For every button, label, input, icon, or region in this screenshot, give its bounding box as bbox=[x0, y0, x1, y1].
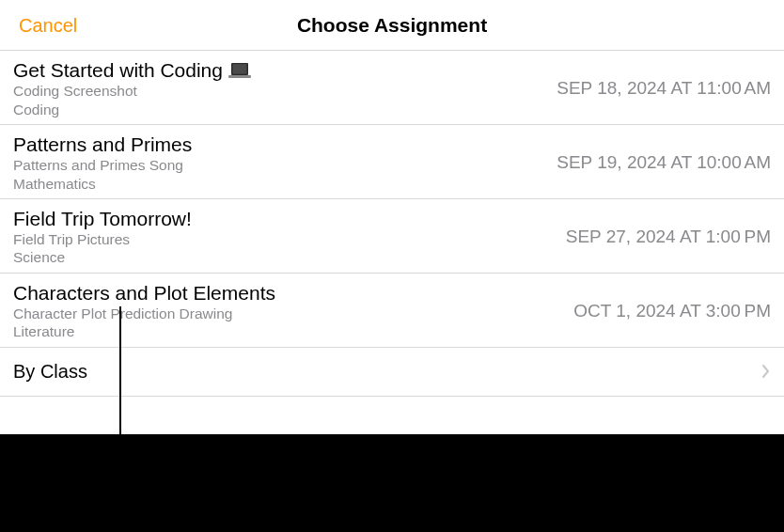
assignment-title-text: Get Started with Coding bbox=[13, 58, 223, 82]
svg-rect-2 bbox=[228, 75, 251, 78]
page-title: Choose Assignment bbox=[0, 14, 784, 37]
assignment-title-text: Field Trip Tomorrow! bbox=[13, 207, 192, 230]
choose-assignment-panel: Cancel Choose Assignment Get Started wit… bbox=[0, 0, 784, 434]
assignment-info: Get Started with Coding Coding Screensho… bbox=[13, 58, 251, 118]
svg-rect-1 bbox=[232, 64, 246, 74]
cancel-button[interactable]: Cancel bbox=[19, 14, 77, 36]
assignment-title: Get Started with Coding bbox=[13, 58, 251, 82]
assignment-info: Patterns and Primes Patterns and Primes … bbox=[13, 133, 192, 193]
laptop-icon bbox=[228, 62, 251, 79]
assignment-subtitle: Character Plot Prediction Drawing bbox=[13, 305, 275, 322]
assignment-row[interactable]: Characters and Plot Elements Character P… bbox=[0, 274, 784, 348]
callout-line bbox=[119, 306, 121, 466]
assignment-subtitle: Field Trip Pictures bbox=[13, 230, 192, 248]
assignment-category: Coding bbox=[13, 101, 251, 118]
assignment-info: Field Trip Tomorrow! Field Trip Pictures… bbox=[13, 207, 192, 267]
assignment-date: SEP 27, 2024 AT 1:00 PM bbox=[566, 227, 771, 247]
assignment-category: Science bbox=[13, 248, 192, 266]
assignment-info: Characters and Plot Elements Character P… bbox=[13, 281, 275, 341]
assignment-subtitle: Patterns and Primes Song bbox=[13, 156, 192, 174]
assignment-row[interactable]: Field Trip Tomorrow! Field Trip Pictures… bbox=[0, 199, 784, 274]
by-class-label: By Class bbox=[13, 361, 87, 383]
assignment-subtitle: Coding Screenshot bbox=[13, 82, 251, 100]
panel-header: Cancel Choose Assignment bbox=[0, 0, 784, 51]
assignment-list: Get Started with Coding Coding Screensho… bbox=[0, 51, 784, 397]
assignment-title: Field Trip Tomorrow! bbox=[13, 207, 192, 230]
assignment-row[interactable]: Patterns and Primes Patterns and Primes … bbox=[0, 125, 784, 199]
assignment-row[interactable]: Get Started with Coding Coding Screensho… bbox=[0, 51, 784, 125]
chevron-right-icon bbox=[761, 364, 771, 379]
assignment-category: Literature bbox=[13, 322, 275, 340]
assignment-date: OCT 1, 2024 AT 3:00 PM bbox=[573, 301, 771, 321]
assignment-date: SEP 19, 2024 AT 10:00 AM bbox=[557, 152, 771, 173]
assignment-title: Characters and Plot Elements bbox=[13, 281, 275, 305]
assignment-date: SEP 18, 2024 AT 11:00 AM bbox=[557, 78, 771, 99]
by-class-row[interactable]: By Class bbox=[0, 348, 784, 397]
assignment-title-text: Characters and Plot Elements bbox=[13, 281, 275, 305]
assignment-category: Mathematics bbox=[13, 175, 192, 193]
assignment-title: Patterns and Primes bbox=[13, 133, 192, 156]
assignment-title-text: Patterns and Primes bbox=[13, 133, 192, 156]
